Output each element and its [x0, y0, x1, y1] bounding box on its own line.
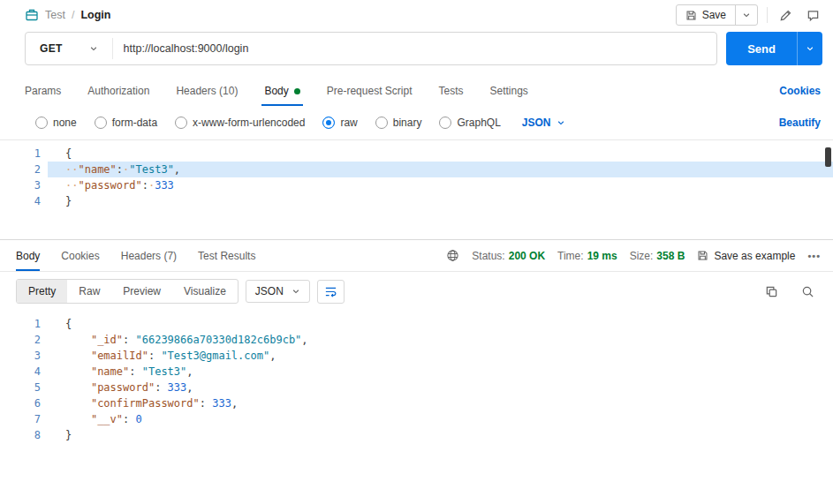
breadcrumb-separator: /	[72, 9, 74, 21]
search-icon[interactable]	[799, 283, 817, 300]
radio-selected-icon	[322, 117, 335, 129]
response-tab-test-results[interactable]: Test Results	[187, 240, 266, 271]
body-type-form-data[interactable]: form-data	[95, 117, 157, 129]
top-actions: Save	[676, 4, 822, 26]
comment-icon[interactable]	[804, 7, 822, 24]
more-options-icon[interactable]: •••	[807, 251, 821, 261]
globe-icon	[446, 249, 459, 262]
response-language-select[interactable]: JSON	[246, 280, 310, 303]
divider	[767, 7, 768, 23]
body-type-graphql[interactable]: GraphQL	[439, 117, 500, 129]
line-number: 1	[0, 146, 48, 162]
code-text[interactable]: ··"name":·"Test3",	[48, 162, 833, 177]
save-button[interactable]: Save	[677, 5, 735, 25]
tab-label: Cookies	[61, 250, 99, 262]
save-icon	[685, 10, 697, 21]
line-number: 4	[0, 193, 48, 209]
response-meta: Status: 200 OK Time: 19 ms Size: 358 B S…	[446, 240, 821, 271]
tab-settings[interactable]: Settings	[477, 76, 541, 106]
code-line[interactable]: 2··"name":·"Test3",	[0, 162, 833, 177]
save-button-group: Save	[676, 4, 758, 26]
radio-label: none	[53, 117, 77, 129]
url-group: GET	[25, 32, 717, 65]
send-options-button[interactable]	[797, 32, 822, 65]
request-body-editor[interactable]: 1{2··"name":·"Test3",3··"password":·3334…	[0, 139, 833, 240]
view-tab-pretty[interactable]: Pretty	[17, 280, 67, 303]
save-icon	[697, 250, 708, 261]
radio-icon	[95, 117, 107, 129]
code-text[interactable]: }	[48, 193, 833, 209]
view-tab-visualize[interactable]: Visualize	[172, 280, 238, 303]
response-tab-headers[interactable]: Headers (7)	[110, 240, 187, 271]
line-number: 4	[0, 364, 48, 380]
tab-body[interactable]: Body	[251, 76, 313, 106]
tab-label: Pre-request Script	[327, 85, 413, 97]
tab-label: Settings	[490, 85, 528, 97]
body-modified-dot	[294, 88, 300, 94]
chevron-down-icon	[742, 11, 751, 19]
response-toolbar: Pretty Raw Preview Visualize JSON	[0, 272, 833, 311]
view-tab-preview[interactable]: Preview	[111, 280, 172, 303]
tab-tests[interactable]: Tests	[425, 76, 476, 106]
line-number: 8	[0, 427, 48, 443]
code-text: "password": 333,	[48, 380, 833, 395]
cookies-link[interactable]: Cookies	[779, 76, 821, 106]
tab-label: Authorization	[87, 85, 149, 97]
response-tab-cookies[interactable]: Cookies	[50, 240, 110, 271]
tab-headers[interactable]: Headers (10)	[163, 76, 251, 106]
breadcrumb-collection[interactable]: Test	[45, 9, 65, 21]
tab-label: Headers (7)	[121, 250, 177, 262]
pencil-icon[interactable]	[776, 7, 795, 24]
response-body-viewer: 1{2 "_id": "66239866a70330d182c6b9cb",3 …	[0, 311, 833, 504]
body-type-binary[interactable]: binary	[375, 117, 422, 129]
tab-label: Test Results	[198, 250, 255, 262]
breadcrumb-request[interactable]: Login	[80, 9, 110, 21]
body-type-urlencoded[interactable]: x-www-form-urlencoded	[175, 117, 305, 129]
radio-label: x-www-form-urlencoded	[193, 117, 305, 129]
tab-label: Params	[25, 85, 61, 97]
raw-language-select[interactable]: JSON	[522, 117, 565, 129]
language-label: JSON	[522, 117, 551, 129]
beautify-link[interactable]: Beautify	[779, 117, 821, 129]
code-text: }	[48, 427, 833, 443]
save-options-button[interactable]	[735, 5, 757, 25]
status-badge: Status: 200 OK	[472, 250, 545, 262]
method-select[interactable]: GET	[26, 33, 112, 64]
url-input[interactable]	[113, 33, 717, 64]
code-text[interactable]: ··"password":·333	[48, 177, 833, 193]
status-value: 200 OK	[509, 250, 545, 262]
language-label: JSON	[255, 285, 284, 297]
wrap-text-button[interactable]	[317, 280, 345, 304]
wrap-text-icon	[324, 285, 337, 298]
line-number: 1	[0, 316, 48, 332]
line-number: 6	[0, 395, 48, 411]
radio-icon	[35, 117, 48, 129]
status-label: Status:	[472, 250, 504, 262]
request-url-row: GET Send	[0, 26, 833, 76]
save-button-label: Save	[702, 9, 726, 21]
size-value: 358 B	[656, 250, 685, 262]
request-tabs: Params Authorization Headers (10) Body P…	[0, 76, 833, 106]
body-type-none[interactable]: none	[35, 117, 77, 129]
toolbar-right	[762, 283, 821, 300]
response-tab-body[interactable]: Body	[5, 240, 50, 271]
code-line[interactable]: 3··"password":·333	[0, 177, 833, 193]
send-button[interactable]: Send	[726, 32, 797, 65]
line-number: 5	[0, 380, 48, 395]
body-type-raw[interactable]: raw	[322, 117, 357, 129]
tab-label: Headers (10)	[176, 85, 238, 97]
copy-icon[interactable]	[762, 283, 781, 300]
tab-pre-request-script[interactable]: Pre-request Script	[314, 76, 426, 106]
radio-label: binary	[393, 117, 422, 129]
code-line[interactable]: 1{	[0, 146, 833, 162]
editor-scrollbar-thumb[interactable]	[825, 147, 831, 167]
view-tab-raw[interactable]: Raw	[67, 280, 111, 303]
line-number: 3	[0, 348, 48, 364]
code-line[interactable]: 4}	[0, 193, 833, 209]
tab-params[interactable]: Params	[11, 76, 74, 106]
code-text[interactable]: {	[48, 146, 833, 162]
save-as-example-button[interactable]: Save as example	[697, 250, 795, 262]
code-text: "emailId": "Test3@gmail.com",	[48, 348, 833, 364]
send-button-group: Send	[726, 32, 822, 65]
tab-authorization[interactable]: Authorization	[74, 76, 163, 106]
